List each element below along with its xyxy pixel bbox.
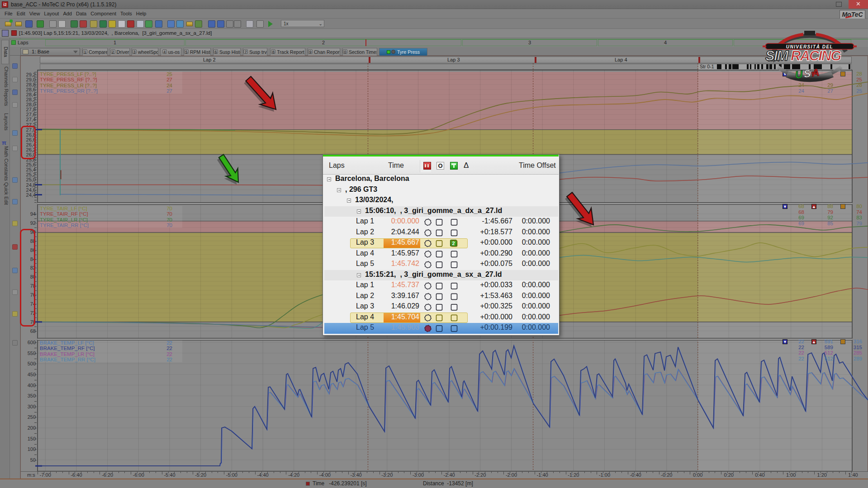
svg-text:RACING: RACING [791, 48, 841, 64]
svg-text:U: U [794, 68, 804, 81]
svg-text:SIM: SIM [765, 48, 789, 64]
svg-text:S: S [803, 67, 811, 80]
svg-text:A: A [811, 66, 820, 79]
